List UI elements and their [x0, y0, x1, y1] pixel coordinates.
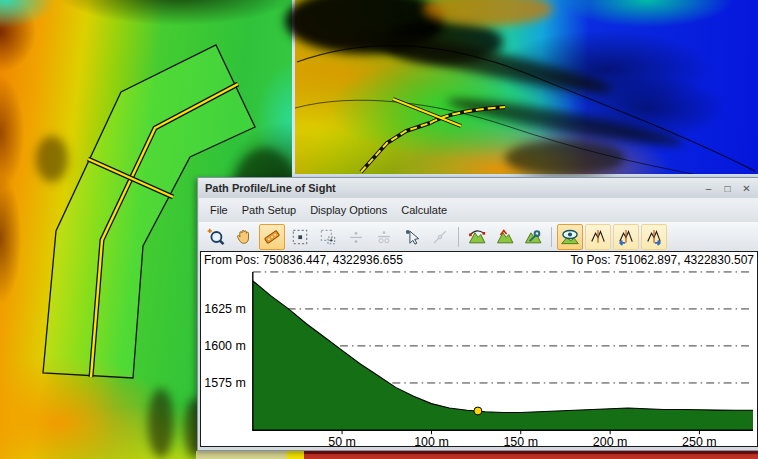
elevation-profile-chart[interactable]: 1575 m1600 m1625 m50 m100 m150 m200 m250…	[201, 269, 757, 446]
pick-vertex-tool-icon[interactable]	[399, 224, 425, 250]
window-title: Path Profile/Line of Sight	[199, 182, 702, 194]
terrain-settings-icon[interactable]	[520, 224, 546, 250]
menu-calculate[interactable]: Calculate	[394, 201, 454, 219]
path-profile-window: Path Profile/Line of Sight – □ ✕ FilePat…	[197, 177, 758, 451]
y-axis-label: 1600 m	[204, 339, 246, 353]
profile-marker-dot[interactable]	[474, 407, 482, 415]
maximize-button[interactable]: □	[721, 183, 734, 194]
window-titlebar[interactable]: Path Profile/Line of Sight – □ ✕	[199, 178, 758, 198]
select-subregion-tool-icon[interactable]	[315, 224, 341, 250]
x-axis-label: 50 m	[328, 435, 356, 446]
close-button[interactable]: ✕	[740, 183, 753, 194]
toolbar-separator	[458, 227, 459, 247]
x-axis-label: 200 m	[593, 435, 628, 446]
select-region-tool-icon[interactable]	[287, 224, 313, 250]
profile-step-right-icon[interactable]	[641, 224, 667, 250]
profile-marker-icon[interactable]	[585, 224, 611, 250]
merge-points-tool-icon[interactable]	[371, 224, 397, 250]
toolbar-separator	[551, 227, 552, 247]
y-axis-label: 1625 m	[204, 302, 246, 316]
background-window-strip-khaki[interactable]	[196, 451, 304, 459]
menu-path-setup[interactable]: Path Setup	[235, 201, 303, 219]
app-screen: Path Profile/Line of Sight – □ ✕ FilePat…	[0, 0, 758, 459]
menubar: FilePath SetupDisplay OptionsCalculate	[199, 198, 758, 222]
profile-client-area: From Pos: 750836.447, 4322936.655 To Pos…	[200, 251, 758, 447]
line-of-sight-eye-icon[interactable]	[557, 224, 583, 250]
view3d-overlay	[295, 0, 755, 174]
terrain-path-icon[interactable]	[464, 224, 490, 250]
terrain-peak-icon[interactable]	[492, 224, 518, 250]
terrain-3d-view[interactable]	[292, 0, 758, 178]
path-3d	[361, 99, 505, 172]
terrain-crest-line	[295, 100, 703, 174]
menu-display-options[interactable]: Display Options	[303, 201, 394, 219]
measure-path-tool-icon[interactable]	[259, 224, 285, 250]
x-axis-label: 150 m	[503, 435, 538, 446]
profile-step-left-icon[interactable]	[613, 224, 639, 250]
x-axis-label: 250 m	[682, 435, 717, 446]
minimize-button[interactable]: –	[702, 183, 715, 194]
elevation-area	[253, 281, 753, 430]
pan-tool-icon[interactable]	[231, 224, 257, 250]
background-window-strip-red[interactable]	[304, 451, 758, 459]
terrain-crest-line	[297, 46, 755, 172]
split-points-tool-icon[interactable]	[343, 224, 369, 250]
toolbar	[199, 222, 758, 251]
from-position-text: From Pos: 750836.447, 4322936.655	[204, 253, 403, 269]
pick-line-tool-icon[interactable]	[427, 224, 453, 250]
to-position-text: To Pos: 751062.897, 4322830.507	[571, 253, 755, 269]
position-row: From Pos: 750836.447, 4322936.655 To Pos…	[201, 252, 757, 269]
x-axis-label: 100 m	[414, 435, 449, 446]
zoom-tool-icon[interactable]	[203, 224, 229, 250]
y-axis-label: 1575 m	[204, 376, 246, 390]
menu-file[interactable]: File	[203, 201, 235, 219]
